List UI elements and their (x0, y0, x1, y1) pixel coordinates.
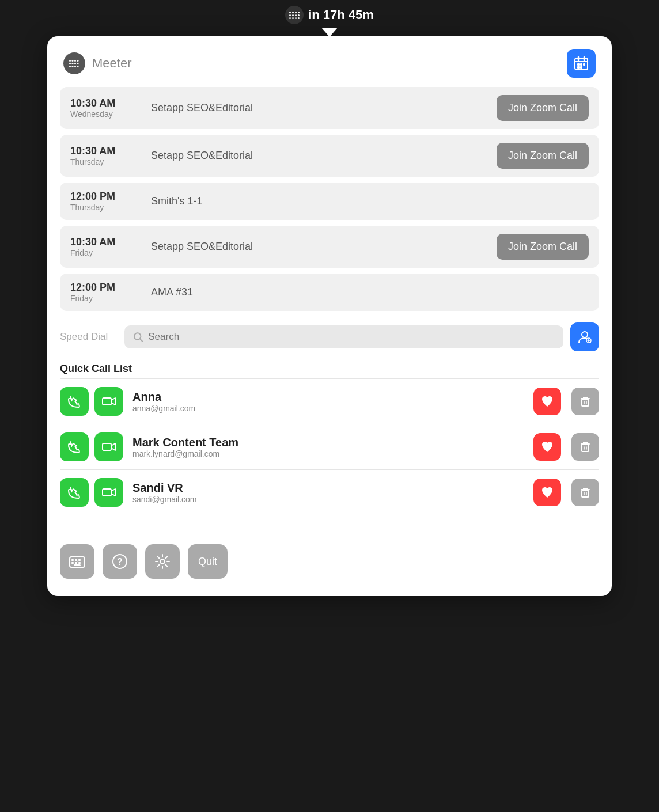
svg-rect-13 (72, 60, 74, 62)
event-title: Setapp SEO&Editorial (151, 102, 497, 114)
phone-icon (67, 485, 82, 500)
event-time: 12:00 PM Friday (70, 282, 151, 303)
contact-row: Sandi VR sandi@gmail.com (47, 470, 612, 515)
svg-rect-7 (298, 14, 300, 16)
event-title: Setapp SEO&Editorial (151, 150, 497, 162)
timer-text: in 17h 45m (308, 7, 374, 22)
svg-text:?: ? (117, 557, 123, 567)
contact-email: mark.lynard@gmail.com (132, 449, 528, 458)
delete-button[interactable] (571, 388, 599, 415)
video-call-button[interactable] (94, 432, 123, 461)
svg-rect-58 (74, 564, 81, 566)
svg-rect-20 (69, 66, 71, 67)
svg-rect-21 (72, 66, 74, 67)
phone-call-button[interactable] (60, 387, 89, 416)
svg-rect-23 (77, 66, 79, 67)
svg-text:?: ? (75, 558, 79, 564)
gear-icon (153, 552, 172, 571)
event-title: AMA #31 (151, 286, 589, 298)
svg-line-34 (140, 339, 142, 342)
quit-label: Quit (198, 556, 217, 568)
svg-rect-43 (103, 443, 111, 450)
svg-rect-29 (580, 63, 582, 66)
contacts-icon (577, 329, 593, 345)
favorite-button[interactable] (533, 388, 561, 415)
svg-rect-52 (71, 559, 74, 561)
svg-rect-3 (298, 12, 300, 13)
speed-dial-label: Speed Dial (60, 331, 118, 343)
svg-rect-11 (298, 17, 300, 19)
event-title: Setapp SEO&Editorial (151, 241, 497, 253)
heart-icon (540, 394, 554, 408)
quit-button[interactable]: Quit (188, 544, 228, 579)
video-icon (101, 485, 116, 500)
app-icon-row: Meeter (63, 52, 131, 74)
help-button[interactable]: ? (103, 544, 137, 579)
favorite-button[interactable] (533, 433, 561, 461)
svg-rect-40 (582, 399, 589, 406)
svg-point-62 (160, 559, 165, 564)
settings-button[interactable] (145, 544, 180, 579)
delete-button[interactable] (571, 433, 599, 461)
video-icon (101, 439, 116, 454)
main-panel: Meeter 10:30 (47, 36, 612, 596)
search-box[interactable] (124, 325, 563, 348)
footer: ? ? Quit (47, 527, 612, 579)
contact-row: Mark Content Team mark.lynard@gmail.com (47, 424, 612, 469)
contact-row: Anna anna@gmail.com (47, 379, 612, 424)
divider (60, 515, 599, 515)
svg-rect-8 (289, 17, 291, 19)
svg-rect-39 (103, 398, 111, 405)
favorite-button[interactable] (533, 479, 561, 506)
heart-icon (540, 485, 554, 499)
keyboard-button[interactable]: ? (60, 544, 94, 579)
app-icon (63, 52, 85, 74)
contact-info: Anna anna@gmail.com (132, 390, 528, 413)
event-row: 10:30 AM Friday Setapp SEO&Editorial Joi… (60, 226, 599, 268)
events-list: 10:30 AM Wednesday Setapp SEO&Editorial … (47, 87, 612, 317)
phone-call-button[interactable] (60, 432, 89, 461)
svg-rect-30 (583, 63, 585, 66)
svg-rect-28 (577, 63, 580, 66)
svg-rect-10 (295, 17, 297, 19)
trash-icon (579, 441, 592, 453)
join-zoom-button[interactable]: Join Zoom Call (497, 234, 589, 260)
event-time: 12:00 PM Thursday (70, 191, 151, 212)
event-row: 10:30 AM Wednesday Setapp SEO&Editorial … (60, 87, 599, 129)
svg-rect-22 (74, 66, 76, 67)
calendar-button[interactable] (567, 49, 596, 78)
join-zoom-button[interactable]: Join Zoom Call (497, 143, 589, 169)
svg-point-35 (582, 332, 588, 337)
svg-rect-12 (69, 60, 71, 62)
event-row: 12:00 PM Friday AMA #31 (60, 274, 599, 311)
delete-button[interactable] (571, 479, 599, 506)
video-call-button[interactable] (94, 387, 123, 416)
search-icon (132, 331, 143, 343)
panel-header: Meeter (47, 36, 612, 87)
contact-info: Sandi VR sandi@gmail.com (132, 481, 528, 504)
event-row: 10:30 AM Thursday Setapp SEO&Editorial J… (60, 135, 599, 177)
svg-rect-47 (103, 489, 111, 496)
phone-icon (67, 439, 82, 454)
svg-rect-4 (289, 14, 291, 16)
svg-rect-55 (71, 562, 74, 564)
event-row: 12:00 PM Thursday Smith's 1-1 (60, 183, 599, 220)
svg-rect-9 (292, 17, 294, 19)
app-name: Meeter (92, 56, 131, 71)
svg-rect-1 (292, 12, 294, 13)
event-time: 10:30 AM Wednesday (70, 97, 151, 119)
svg-rect-32 (580, 66, 582, 69)
event-time: 10:30 AM Thursday (70, 145, 151, 166)
join-zoom-button[interactable]: Join Zoom Call (497, 95, 589, 121)
svg-rect-17 (72, 63, 74, 64)
contact-name: Mark Content Team (132, 436, 528, 449)
app-menu-icon (285, 6, 304, 24)
contact-name: Sandi VR (132, 481, 528, 495)
search-input[interactable] (148, 331, 555, 343)
event-time: 10:30 AM Friday (70, 236, 151, 257)
svg-rect-44 (582, 445, 589, 451)
contact-email: anna@gmail.com (132, 404, 528, 413)
video-call-button[interactable] (94, 478, 123, 507)
contacts-button[interactable] (570, 322, 599, 351)
phone-call-button[interactable] (60, 478, 89, 507)
